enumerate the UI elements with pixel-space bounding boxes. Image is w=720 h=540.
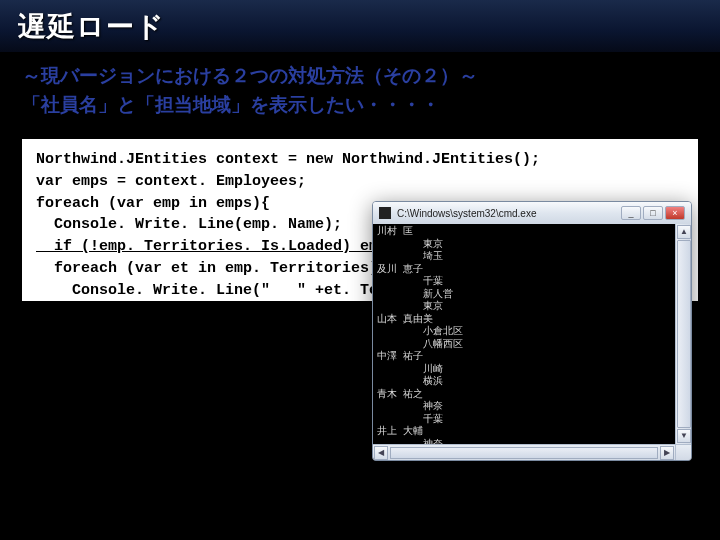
code-panel: Northwind.JEntities context = new Northw… bbox=[22, 139, 698, 301]
close-button[interactable]: × bbox=[665, 206, 685, 220]
cmd-icon bbox=[379, 207, 391, 219]
subtitle-line-1: ～現バージョンにおける２つの対処方法（その２）～ bbox=[22, 62, 698, 91]
console-line: 川崎 bbox=[377, 364, 671, 377]
scroll-up-button[interactable]: ▲ bbox=[677, 225, 691, 239]
console-body: 川村 匡 東京 埼玉 及川 恵子 千葉 新人営 東京 山本 真由美 小倉北区 八… bbox=[373, 224, 691, 460]
code-line: foreach (var et in emp. Territories) { bbox=[36, 260, 396, 277]
window-controls: _ □ × bbox=[621, 206, 685, 220]
code-line: foreach (var emp in emps){ bbox=[36, 195, 270, 212]
console-line: 埼玉 bbox=[377, 251, 671, 264]
code-line: Console. Write. Line(emp. Name); bbox=[36, 216, 342, 233]
console-titlebar[interactable]: C:\Windows\system32\cmd.exe _ □ × bbox=[373, 202, 691, 224]
page-title: 遅延ロード bbox=[18, 8, 702, 46]
console-line: 新人営 bbox=[377, 289, 671, 302]
console-window: C:\Windows\system32\cmd.exe _ □ × 川村 匡 東… bbox=[372, 201, 692, 461]
subtitle-line-2: 「社員名」と「担当地域」を表示したい・・・・ bbox=[22, 91, 698, 120]
console-line: 青木 祐之 bbox=[377, 389, 671, 402]
code-line: Northwind.JEntities context = new Northw… bbox=[36, 151, 540, 168]
console-output: 川村 匡 東京 埼玉 及川 恵子 千葉 新人営 東京 山本 真由美 小倉北区 八… bbox=[373, 224, 675, 444]
console-line: 八幡西区 bbox=[377, 339, 671, 352]
console-line: 千葉 bbox=[377, 414, 671, 427]
console-title-text: C:\Windows\system32\cmd.exe bbox=[397, 208, 615, 219]
console-line: 及川 恵子 bbox=[377, 264, 671, 277]
title-bar: 遅延ロード bbox=[0, 0, 720, 52]
resize-grip[interactable] bbox=[675, 444, 691, 460]
console-line: 井上 大輔 bbox=[377, 426, 671, 439]
scroll-left-button[interactable]: ◀ bbox=[374, 446, 388, 460]
console-line: 横浜 bbox=[377, 376, 671, 389]
console-line: 小倉北区 bbox=[377, 326, 671, 339]
vertical-scrollbar[interactable]: ▲ ▼ bbox=[675, 224, 691, 460]
minimize-button[interactable]: _ bbox=[621, 206, 641, 220]
console-line: 中澤 祐子 bbox=[377, 351, 671, 364]
console-line: 山本 真由美 bbox=[377, 314, 671, 327]
horizontal-scrollbar[interactable]: ◀ ▶ bbox=[373, 444, 675, 460]
scroll-right-button[interactable]: ▶ bbox=[660, 446, 674, 460]
console-line: 東京 bbox=[377, 301, 671, 314]
code-line: var emps = context. Employees; bbox=[36, 173, 306, 190]
console-line: 東京 bbox=[377, 239, 671, 252]
subtitle-block: ～現バージョンにおける２つの対処方法（その２）～ 「社員名」と「担当地域」を表示… bbox=[0, 52, 720, 125]
console-line: 川村 匡 bbox=[377, 226, 671, 239]
console-line: 千葉 bbox=[377, 276, 671, 289]
console-line: 神奈 bbox=[377, 401, 671, 414]
scroll-thumb-vertical[interactable] bbox=[677, 240, 691, 428]
maximize-button[interactable]: □ bbox=[643, 206, 663, 220]
scroll-down-button[interactable]: ▼ bbox=[677, 429, 691, 443]
scroll-thumb-horizontal[interactable] bbox=[390, 447, 658, 459]
